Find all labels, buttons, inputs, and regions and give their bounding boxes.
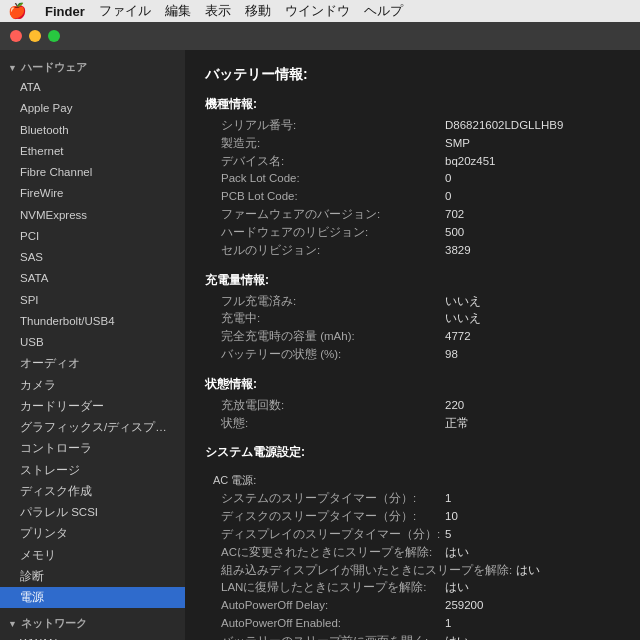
- sidebar: ▼ ハードウェア ATA Apple Pay Bluetooth Etherne…: [0, 50, 185, 640]
- sidebar-item-ata[interactable]: ATA: [0, 77, 185, 98]
- row-wake-on-display: 組み込みディスプレイが開いたときにスリープを解除: はい: [205, 562, 620, 580]
- sidebar-item-memory[interactable]: メモリ: [0, 545, 185, 566]
- row-pack-lot-code: Pack Lot Code: 0: [205, 170, 620, 188]
- row-firmware-version: ファームウェアのバージョン: 702: [205, 206, 620, 224]
- section-ac-power: AC 電源:: [205, 473, 620, 488]
- row-cell-revision: セルのリビジョン: 3829: [205, 242, 620, 260]
- sidebar-item-printer[interactable]: プリンタ: [0, 523, 185, 544]
- content-area: ▼ ハードウェア ATA Apple Pay Bluetooth Etherne…: [0, 50, 640, 640]
- section-power-settings: システム電源設定:: [205, 444, 620, 461]
- main-window: ▼ ハードウェア ATA Apple Pay Bluetooth Etherne…: [0, 22, 640, 640]
- close-button[interactable]: [10, 30, 22, 42]
- section-machine-info: 機種情報:: [205, 96, 620, 113]
- sidebar-item-bluetooth[interactable]: Bluetooth: [0, 120, 185, 141]
- row-pcb-lot-code: PCB Lot Code: 0: [205, 188, 620, 206]
- sidebar-item-sata[interactable]: SATA: [0, 268, 185, 289]
- sidebar-item-applepay[interactable]: Apple Pay: [0, 98, 185, 119]
- row-autopoweroff-delay: AutoPowerOff Delay: 259200: [205, 597, 620, 615]
- menubar-file[interactable]: ファイル: [99, 2, 151, 20]
- sidebar-item-nvmexpress[interactable]: NVMExpress: [0, 205, 185, 226]
- row-wake-on-open: バッテリーのスリープ前に画面を開く: はい: [205, 633, 620, 640]
- menubar-finder[interactable]: Finder: [45, 4, 85, 19]
- row-charging: 充電中: いいえ: [205, 310, 620, 328]
- menubar: 🍎 Finder ファイル 編集 表示 移動 ウインドウ ヘルプ: [0, 0, 640, 22]
- sidebar-item-storage[interactable]: ストレージ: [0, 460, 185, 481]
- row-fully-charged: フル充電済み: いいえ: [205, 293, 620, 311]
- sidebar-item-spi[interactable]: SPI: [0, 290, 185, 311]
- sidebar-item-thunderbolt[interactable]: Thunderbolt/USB4: [0, 311, 185, 332]
- sidebar-item-firewire[interactable]: FireWire: [0, 183, 185, 204]
- row-hardware-revision: ハードウェアのリビジョン: 500: [205, 224, 620, 242]
- sidebar-item-graphics[interactable]: グラフィックス/ディスプレイ: [0, 417, 185, 438]
- row-wake-on-lan: LANに復帰したときにスリープを解除: はい: [205, 579, 620, 597]
- row-manufacturer: 製造元: SMP: [205, 135, 620, 153]
- row-system-sleep-ac: システムのスリープタイマー（分）: 1: [205, 490, 620, 508]
- menubar-go[interactable]: 移動: [245, 2, 271, 20]
- row-device-name: デバイス名: bq20z451: [205, 153, 620, 171]
- sidebar-item-power[interactable]: 電源: [0, 587, 185, 608]
- sidebar-item-wwan[interactable]: WWAN: [0, 633, 185, 640]
- detail-title: バッテリー情報:: [205, 66, 620, 84]
- detail-panel: バッテリー情報: 機種情報: シリアル番号: D86821602LDGLLHB9…: [185, 50, 640, 640]
- section-charge-info: 充電量情報:: [205, 272, 620, 289]
- minimize-button[interactable]: [29, 30, 41, 42]
- sidebar-item-controller[interactable]: コントローラ: [0, 438, 185, 459]
- row-status: 状態: 正常: [205, 415, 620, 433]
- row-wake-on-ac: ACに変更されたときにスリープを解除: はい: [205, 544, 620, 562]
- network-group-label[interactable]: ▼ ネットワーク: [0, 612, 185, 633]
- row-display-sleep-ac: ディスプレイのスリープタイマー（分）: 5: [205, 526, 620, 544]
- section-status-info: 状態情報:: [205, 376, 620, 393]
- sidebar-item-pci[interactable]: PCI: [0, 226, 185, 247]
- sidebar-item-audio[interactable]: オーディオ: [0, 353, 185, 374]
- row-cycle-count: 充放電回数: 220: [205, 397, 620, 415]
- row-disk-sleep-ac: ディスクのスリープタイマー（分）: 10: [205, 508, 620, 526]
- chevron-down-icon: ▼: [8, 63, 17, 73]
- menubar-window[interactable]: ウインドウ: [285, 2, 350, 20]
- menubar-help[interactable]: ヘルプ: [364, 2, 403, 20]
- row-full-capacity-mah: 完全充電時の容量 (mAh): 4772: [205, 328, 620, 346]
- sidebar-item-usb[interactable]: USB: [0, 332, 185, 353]
- sidebar-item-sas[interactable]: SAS: [0, 247, 185, 268]
- apple-menu-icon[interactable]: 🍎: [8, 2, 27, 20]
- row-battery-health-pct: バッテリーの状態 (%): 98: [205, 346, 620, 364]
- network-section: ▼ ネットワーク WWAN Wi-Fi ネットワーク環境 ファイアウォール ボリ…: [0, 610, 185, 640]
- sidebar-item-ethernet[interactable]: Ethernet: [0, 141, 185, 162]
- sidebar-item-diskcreation[interactable]: ディスク作成: [0, 481, 185, 502]
- chevron-down-icon: ▼: [8, 619, 17, 629]
- hardware-group-label[interactable]: ▼ ハードウェア: [0, 56, 185, 77]
- sidebar-item-cardreader[interactable]: カードリーダー: [0, 396, 185, 417]
- menubar-view[interactable]: 表示: [205, 2, 231, 20]
- menubar-edit[interactable]: 編集: [165, 2, 191, 20]
- sidebar-item-parallelscsi[interactable]: パラレル SCSI: [0, 502, 185, 523]
- sidebar-item-camera[interactable]: カメラ: [0, 375, 185, 396]
- row-serial: シリアル番号: D86821602LDGLLHB9: [205, 117, 620, 135]
- row-autopoweroff-enabled: AutoPowerOff Enabled: 1: [205, 615, 620, 633]
- titlebar: [0, 22, 640, 50]
- sidebar-item-fibrechannel[interactable]: Fibre Channel: [0, 162, 185, 183]
- hardware-section: ▼ ハードウェア ATA Apple Pay Bluetooth Etherne…: [0, 54, 185, 610]
- sidebar-item-diagnostics[interactable]: 診断: [0, 566, 185, 587]
- maximize-button[interactable]: [48, 30, 60, 42]
